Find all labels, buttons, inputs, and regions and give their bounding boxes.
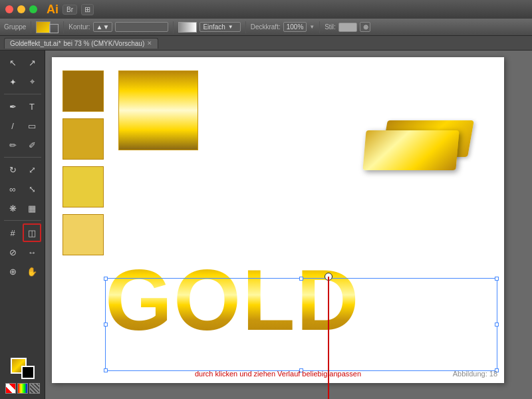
tool-row-1: ↖ ↗ [3,53,41,72]
canvas: GOLD durch klicken und zieh [52,57,504,383]
rect-tool[interactable]: ▭ [23,116,41,135]
figure-label: Abbildung: 18 [453,370,497,378]
gruppe-label: Gruppe [4,23,26,31]
app-icon: Ai [47,3,59,17]
pencil-tool[interactable]: ✐ [23,136,41,154]
left-toolbar: ↖ ↗ ✦ ⌖ ✒ T / ▭ ✏ ✐ ↻ ⤢ ∞ ⤡ ❋ [0,51,45,399]
tool-sep-2 [4,157,41,158]
stroke-style-box[interactable] [115,22,168,32]
color-swatches [3,355,43,396]
stroke-swatch[interactable] [178,22,197,33]
stil-box[interactable] [338,23,357,32]
toolbar: Gruppe Kontur: ▲▼ Einfach ▼ Deckkraft: 1… [0,19,532,36]
direct-select-tool[interactable]: ↗ [23,53,41,72]
zoom-tool[interactable]: ⊕ [3,262,22,281]
toolbar-separator3 [173,21,174,33]
toolbar-separator5 [319,21,320,33]
gold-text: GOLD [105,250,360,350]
measure-tool[interactable]: ↔ [23,243,41,261]
color-swatch[interactable] [17,383,28,394]
maximize-button[interactable] [29,5,37,13]
main-area: ↖ ↗ ✦ ⌖ ✒ T / ▭ ✏ ✐ ↻ ⤢ ∞ ⤡ ❋ [0,51,532,399]
brush-tool[interactable]: ✏ [3,136,22,154]
tool-row-8: ❋ ▦ [3,199,41,217]
blend-tool[interactable]: ∞ [3,180,22,198]
tool-row-7: ∞ ⤡ [3,180,41,198]
stroke-swatch-color[interactable] [21,366,35,379]
gradient-tool[interactable]: ◫ [23,223,41,242]
fill-color-box[interactable] [36,21,51,33]
tool-row-5: ✏ ✐ [3,136,41,154]
type-tool[interactable]: T [23,97,41,116]
deckkraft-label: Deckkraft: [251,23,281,31]
tab-close-icon[interactable]: ✕ [147,40,152,47]
mesh-tool[interactable]: # [3,223,22,242]
none-swatches [5,383,40,394]
symbol-tool[interactable]: ❋ [3,199,22,217]
stroke-dropdown[interactable]: Einfach ▼ [200,22,240,32]
gold-text-area: GOLD [105,250,497,350]
appearance-btn[interactable]: ⊕ [360,22,370,32]
gold-swatch-5 [63,214,104,255]
fill-stroke-swatches [11,358,35,379]
gold-gradient-square [118,70,198,150]
tool-row-4: / ▭ [3,116,41,135]
tab-filename: Goldeffekt_tut.ai* [10,40,61,47]
stil-label: Stil: [325,23,336,31]
pen-tool[interactable]: ✒ [3,97,22,116]
scale-tool[interactable]: ⤢ [23,160,41,179]
gold-bar-front [362,130,459,170]
tab-info: bei 73 % (CMYK/Vorschau) [64,40,145,47]
toolbar-separator [31,21,31,33]
gold-swatch-1 [63,70,104,112]
gradient-caption: durch klicken und ziehen Verlauf beliebi… [195,370,361,378]
minimize-button[interactable] [17,5,25,13]
tool-sep-3 [4,220,41,221]
lasso-tool[interactable]: ⌖ [23,72,41,91]
gradient-swatch[interactable] [29,383,40,394]
eyedropper-tool[interactable]: ⊘ [3,243,22,261]
canvas-area[interactable]: GOLD durch klicken und zieh [45,51,532,399]
document-tab[interactable]: Goldeffekt_tut.ai* bei 73 % (CMYK/Vorsch… [4,38,158,49]
toolbar-separator2 [63,21,64,33]
kontur-label: Kontur: [68,23,90,31]
tool-row-9: # ◫ [3,223,41,242]
tool-row-2: ✦ ⌖ [3,72,41,91]
hand-tool[interactable]: ✋ [23,262,41,281]
selection-tool[interactable]: ↖ [3,53,22,72]
gold-squares-column [63,70,104,255]
gold-swatch-4 [63,166,104,207]
tool-row-3: ✒ T [3,97,41,116]
tool-sep-1 [4,94,41,94]
tabbar: Goldeffekt_tut.ai* bei 73 % (CMYK/Vorsch… [0,36,532,51]
stroke-color-box[interactable] [49,24,59,33]
bridge-button[interactable]: Br [63,5,77,15]
column-graph-tool[interactable]: ▦ [23,199,41,217]
stroke-weight-box[interactable]: ▲▼ [93,22,113,32]
tool-row-6: ↻ ⤢ [3,160,41,179]
tool-row-10: ⊘ ↔ [3,243,41,261]
line-tool[interactable]: / [3,116,22,135]
none-swatch[interactable] [5,383,16,394]
close-button[interactable] [5,5,13,13]
toolbar-separator4 [245,21,246,33]
handle-bl[interactable] [104,368,108,372]
rotate-tool[interactable]: ↻ [3,160,22,179]
arrange-button[interactable]: ⊞ [81,4,94,15]
magic-wand-tool[interactable]: ✦ [3,72,22,91]
deckkraft-value[interactable]: 100% [283,22,307,32]
shear-tool[interactable]: ⤡ [23,180,41,198]
titlebar: Ai Br ⊞ [0,0,532,19]
tool-row-11: ⊕ ✋ [3,262,41,281]
gold-bars-illustration [351,64,484,170]
gold-swatch-3 [63,118,104,160]
